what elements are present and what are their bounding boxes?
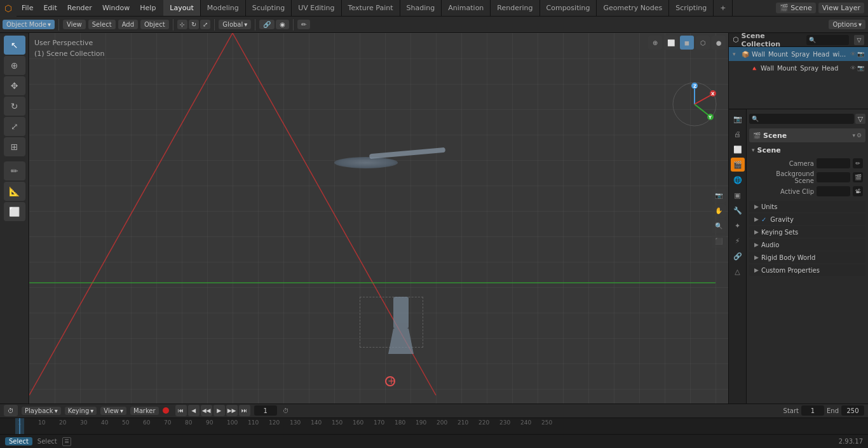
tab-rendering[interactable]: Rendering [491, 0, 539, 16]
data-props-icon[interactable]: △ [731, 264, 745, 278]
tab-add[interactable]: + [714, 0, 733, 16]
render-btn[interactable]: ⬛ [712, 234, 726, 248]
prev-frame-btn[interactable]: ◀ [188, 405, 200, 416]
mesh-visibility-icon[interactable]: 👁 [850, 65, 856, 71]
menu-help[interactable]: Help [135, 0, 161, 16]
active-clip-value[interactable] [817, 186, 850, 196]
background-scene-icon[interactable]: 🎬 [853, 172, 863, 182]
viewport-shading-solid[interactable]: ◼ [680, 36, 694, 50]
cursor-tool[interactable]: ⊕ [4, 56, 25, 75]
camera-value[interactable] [817, 158, 850, 168]
menu-edit[interactable]: Edit [38, 0, 62, 16]
scene-selector[interactable]: 🎬 Scene [776, 3, 816, 13]
move-tool[interactable]: ✥ [4, 76, 25, 95]
reverse-play-btn[interactable]: ◀◀ [201, 405, 212, 416]
outliner-item-mesh[interactable]: 🔺 Wall_Mount_Spray_Head 👁 📷 [729, 61, 868, 75]
tab-shading[interactable]: Shading [400, 0, 442, 16]
physics-props-icon[interactable]: ⚡ [731, 234, 745, 248]
background-scene-value[interactable] [817, 172, 850, 182]
camera-edit-btn[interactable]: ✏ [853, 158, 863, 168]
start-frame-input[interactable]: 1 [801, 405, 824, 416]
jump-to-start-btn[interactable]: ⏮ [175, 405, 187, 416]
measure-tool[interactable]: 📐 [4, 182, 25, 201]
object-menu[interactable]: Object [140, 20, 169, 29]
units-header[interactable]: ▶ Units [749, 201, 865, 212]
render-props-icon[interactable]: 📷 [731, 112, 745, 126]
tab-uv-editing[interactable]: UV Editing [292, 0, 341, 16]
visibility-icon[interactable]: 👁 [850, 51, 856, 57]
scale-tool[interactable]: ⤢ [4, 117, 25, 136]
marker-dropdown[interactable]: Marker [130, 407, 159, 415]
scene-subsection-header[interactable]: ▾ Scene [749, 144, 865, 156]
particles-props-icon[interactable]: ✦ [731, 219, 745, 233]
outliner-search[interactable]: 🔍 [806, 35, 849, 45]
playback-dropdown[interactable]: Playback ▾ [22, 407, 61, 415]
scale-icon[interactable]: ⤢ [200, 20, 210, 29]
render-visibility-icon[interactable]: 📷 [857, 51, 864, 57]
view-dropdown[interactable]: View ▾ [100, 407, 126, 415]
snap-btn[interactable]: 🔗 [259, 20, 275, 29]
tab-sculpting[interactable]: Sculpting [246, 0, 292, 16]
tab-compositing[interactable]: Compositing [540, 0, 597, 16]
tab-animation[interactable]: Animation [442, 0, 491, 16]
rotate-tool[interactable]: ↻ [4, 97, 25, 116]
scene-section-header[interactable]: 🎬 Scene ▾ ⚙ [749, 128, 865, 142]
annotate-btn[interactable]: ✏ [297, 20, 310, 29]
camera-view-btn[interactable]: 📷 [712, 189, 726, 203]
viewport-shading-render[interactable]: ● [712, 36, 726, 50]
tab-scripting[interactable]: Scripting [669, 0, 714, 16]
timeline-track[interactable]: 1 10 20 30 40 50 60 70 80 90 100 110 120… [0, 418, 868, 434]
options-btn[interactable]: Options ▾ [829, 20, 865, 29]
outliner-filter-btn[interactable]: ▽ [854, 35, 864, 45]
tab-modeling[interactable]: Modeling [201, 0, 246, 16]
rigid-body-header[interactable]: ▶ Rigid Body World [749, 252, 865, 263]
modifier-props-icon[interactable]: 🔧 [731, 203, 745, 217]
add-cube-tool[interactable]: ⬜ [4, 202, 25, 221]
audio-header[interactable]: ▶ Audio [749, 239, 865, 250]
gravity-header[interactable]: ▶ ✓ Gravity [749, 214, 865, 225]
custom-props-header[interactable]: ▶ Custom Properties [749, 264, 865, 276]
proportional-btn[interactable]: ◉ [276, 20, 289, 29]
zoom-btn[interactable]: 🔍 [712, 219, 726, 233]
keying-dropdown[interactable]: Keying ▾ [65, 407, 97, 415]
tab-texture-paint[interactable]: Texture Paint [342, 0, 400, 16]
play-btn[interactable]: ▶ [214, 405, 225, 416]
active-clip-icon[interactable]: 📽 [853, 186, 863, 196]
object-props-icon[interactable]: ▣ [731, 188, 745, 202]
output-props-icon[interactable]: 🖨 [731, 127, 745, 141]
transform-dropdown[interactable]: Global ▾ [219, 20, 251, 29]
overlay-dropdown[interactable]: ⊕ [648, 36, 662, 50]
next-frame-btn[interactable]: ▶▶ [226, 405, 238, 416]
props-search-input[interactable]: 🔍 [749, 114, 854, 124]
end-frame-input[interactable]: 250 [841, 405, 864, 416]
timeline-type-btn[interactable]: ⏱ [4, 405, 18, 416]
current-frame-input[interactable]: 1 [254, 405, 277, 416]
add-menu[interactable]: Add [118, 20, 138, 29]
select-tool[interactable]: ↖ [4, 36, 25, 55]
view-layer-props-icon[interactable]: ⬜ [731, 142, 745, 156]
constraints-props-icon[interactable]: 🔗 [731, 249, 745, 263]
world-props-icon[interactable]: 🌐 [731, 173, 745, 187]
viewport-shading-wire[interactable]: ⬜ [664, 36, 678, 50]
pan-btn[interactable]: ✋ [712, 204, 726, 218]
rotate-icon[interactable]: ↻ [189, 20, 199, 29]
tab-layout[interactable]: Layout [163, 0, 200, 16]
3d-viewport[interactable]: User Perspective (1) Scene Collection Z … [29, 33, 728, 404]
tab-geometry-nodes[interactable]: Geometry Nodes [597, 0, 669, 16]
scene-settings-icon[interactable]: ⚙ [857, 132, 862, 139]
scene-section-expand[interactable]: ▾ [852, 132, 855, 139]
menu-window[interactable]: Window [97, 0, 135, 16]
menu-file[interactable]: File [17, 0, 38, 16]
props-filter-btn[interactable]: ▽ [855, 114, 865, 124]
annotate-tool[interactable]: ✏ [4, 161, 25, 180]
transform-icon[interactable]: ⊹ [177, 20, 187, 29]
record-button[interactable] [163, 407, 169, 414]
scene-props-icon[interactable]: 🎬 [731, 158, 745, 172]
object-mode-dropdown[interactable]: Object Mode ▾ [3, 20, 55, 29]
jump-to-end-btn[interactable]: ⏭ [239, 405, 250, 416]
keying-sets-header[interactable]: ▶ Keying Sets [749, 226, 865, 238]
view-menu[interactable]: View [63, 20, 86, 29]
viewport-shading-material[interactable]: ⬡ [696, 36, 710, 50]
outliner-item-collection[interactable]: ▾ 📦 Wall_Mount_Spray_Head_with_ 👁 📷 [729, 47, 868, 61]
select-menu[interactable]: Select [88, 20, 116, 29]
